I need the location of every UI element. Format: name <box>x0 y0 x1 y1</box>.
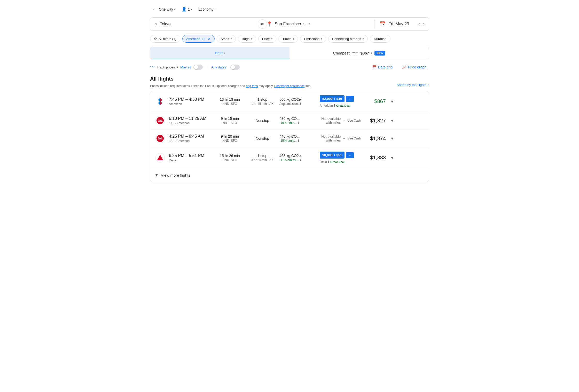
info-icon-best: ℹ <box>224 51 225 55</box>
cabin-button[interactable]: Economy ▾ <box>196 6 218 13</box>
date-grid-label: Date grid <box>378 65 393 69</box>
miles-arrow-icon: ← <box>346 152 354 158</box>
track-label: Track prices <box>157 65 175 69</box>
flight-row[interactable]: 7:45 PM – 4:58 PM American 13 hr 13 min … <box>150 91 429 112</box>
emissions-text: 440 kg CO... <box>279 134 316 138</box>
flight-emissions: 500 kg CO2eAvg emissions ℹ <box>279 97 316 106</box>
flight-airline: Delta <box>169 159 210 162</box>
destination-field[interactable]: 📍 San Francisco SFO <box>262 18 374 30</box>
info-icon-cheapest: ℹ <box>371 51 372 55</box>
stops-filter-button[interactable]: Stops ▾ <box>217 35 236 43</box>
flight-airline: JAL · American <box>169 121 210 125</box>
airline-logo-american <box>155 97 165 106</box>
date-field[interactable]: 📅 Fri, May 23 <box>374 18 414 30</box>
american-filter-button[interactable]: American +1 ✕ <box>182 35 215 43</box>
flight-time: 6:10 PM – 11:25 AM <box>169 116 210 121</box>
flight-row[interactable]: 6:25 PM – 5:51 PM Delta 15 hr 26 min HND… <box>150 147 429 168</box>
cheapest-tab[interactable]: Cheapest from $867 ℹ NEW <box>290 47 429 59</box>
date-grid-button[interactable]: 📅 Date grid <box>370 64 395 71</box>
track-date-toggle[interactable] <box>193 65 203 70</box>
emissions-badge-info[interactable]: ℹ <box>298 121 299 125</box>
remove-filter-icon[interactable]: ✕ <box>208 37 211 41</box>
destination-value: San Francisco SFO <box>275 22 310 26</box>
price-value: $1,827 <box>365 118 386 124</box>
stops-label: Stops <box>221 37 229 41</box>
duration-text: 13 hr 13 min <box>214 97 245 101</box>
emissions-avg: Avg emissions ℹ <box>279 102 316 106</box>
duration-route: HND–SFO <box>214 139 245 143</box>
passengers-button[interactable]: 👤 1 ▾ <box>179 5 194 13</box>
stops-detail: 1 hr 45 min LAX <box>249 102 275 106</box>
flight-row[interactable]: JAL 4:25 PM – 9:45 AM JAL · American 9 h… <box>150 130 429 147</box>
flight-stops: 1 stop 3 hr 55 min LAX <box>249 154 275 162</box>
any-dates-toggle[interactable] <box>230 65 240 70</box>
flight-duration: 9 hr 15 min NRT–SFO <box>214 116 245 125</box>
flight-miles: Not available with miles → Use Cash <box>320 117 361 124</box>
emissions-badge-info[interactable]: ℹ <box>300 158 301 162</box>
flight-row[interactable]: JAL 6:10 PM – 11:25 AM JAL · American 9 … <box>150 112 429 130</box>
svg-text:JAL: JAL <box>158 119 163 122</box>
flight-stops: 1 stop 1 hr 45 min LAX <box>249 97 275 106</box>
all-flights-header: All flights Prices include required taxe… <box>150 76 429 89</box>
connecting-filter-button[interactable]: Connecting airports ▾ <box>328 35 368 43</box>
best-tab[interactable]: Best ℹ <box>150 47 290 59</box>
flight-times: 6:25 PM – 5:51 PM Delta <box>169 153 210 162</box>
expand-button[interactable]: ▾ <box>390 154 394 162</box>
stops-detail: 3 hr 55 min LAX <box>249 158 275 162</box>
new-badge: NEW <box>374 51 385 56</box>
not-available-text: Not available <box>321 117 341 121</box>
toggle-knob <box>194 65 198 69</box>
miles-info-icon[interactable]: ℹ <box>328 160 329 164</box>
flight-price: $1,874 <box>365 136 386 142</box>
miles-badge: 52,000 + $49 <box>320 95 345 102</box>
emissions-filter-button[interactable]: Emissions ▾ <box>300 35 326 43</box>
expand-button[interactable]: ▾ <box>390 117 394 124</box>
all-filters-button[interactable]: ⚙ All filters (1) <box>150 35 180 43</box>
all-filters-label: All filters (1) <box>159 37 176 41</box>
price-graph-button[interactable]: 📈 Price graph <box>399 64 429 71</box>
chevron-down-icon-3: ▾ <box>214 8 216 11</box>
flight-airline: American <box>169 102 210 106</box>
view-more-label: View more flights <box>161 173 190 177</box>
next-date-button[interactable]: › <box>422 20 426 28</box>
bag-fees-link[interactable]: bag fees <box>246 84 258 88</box>
destination-icon: 📍 <box>267 21 272 27</box>
trip-type-button[interactable]: One way ▾ <box>157 6 177 13</box>
emissions-badge: -15% emis... ℹ <box>279 139 299 143</box>
filters-bar: ⚙ All filters (1) American +1 ✕ Stops ▾ … <box>150 35 429 43</box>
emissions-label: Emissions <box>304 37 319 41</box>
all-flights-subtitle: Prices include required taxes + fees for… <box>150 84 311 88</box>
chevron-bags-icon: ▾ <box>251 37 252 40</box>
flight-times: 6:10 PM – 11:25 AM JAL · American <box>169 116 210 125</box>
origin-field[interactable]: ○ Tokyo <box>150 18 262 30</box>
passenger-link[interactable]: Passenger assistance <box>274 84 304 88</box>
swap-button[interactable]: ⇄ <box>258 19 267 29</box>
sort-tabs: Best ℹ Cheapest from $867 ℹ NEW <box>150 47 429 59</box>
use-cash-label: Use Cash <box>347 137 361 140</box>
expand-button[interactable]: ▾ <box>390 135 394 142</box>
price-filter-button[interactable]: Price ▾ <box>258 35 277 43</box>
times-filter-button[interactable]: Times ▾ <box>278 35 298 43</box>
person-icon: 👤 <box>182 7 187 12</box>
top-nav: → One way ▾ 👤 1 ▾ Economy ▾ <box>150 5 429 13</box>
track-date: May 23 <box>180 65 191 69</box>
swap-icon: ⇄ <box>261 22 264 26</box>
duration-filter-button[interactable]: Duration <box>370 35 390 43</box>
emissions-badge-info[interactable]: ℹ <box>298 139 299 143</box>
miles-info-icon[interactable]: ℹ <box>334 104 335 107</box>
view-more-flights[interactable]: ▾ View more flights <box>150 168 429 182</box>
flight-miles: 52,000 + $49 ← American ℹ Great Deal <box>320 95 361 107</box>
miles-arrow-icon: ← <box>346 96 354 102</box>
emissions-info-icon[interactable]: ℹ <box>300 102 301 106</box>
stops-text: Nonstop <box>249 119 275 123</box>
expand-button[interactable]: ▾ <box>390 98 394 105</box>
airline-logo-jal: JAL <box>155 134 165 143</box>
track-info-icon[interactable]: ℹ <box>177 65 178 69</box>
prev-date-button[interactable]: ‹ <box>417 20 421 28</box>
bags-filter-button[interactable]: Bags ▾ <box>238 35 256 43</box>
with-miles-text: with miles <box>321 138 341 142</box>
stops-text: 1 stop <box>249 154 275 158</box>
origin-icon: ○ <box>154 21 157 27</box>
great-deal-badge: Great Deal <box>330 160 345 163</box>
flight-emissions: 463 kg CO2e-11% emissi... ℹ <box>279 154 316 162</box>
